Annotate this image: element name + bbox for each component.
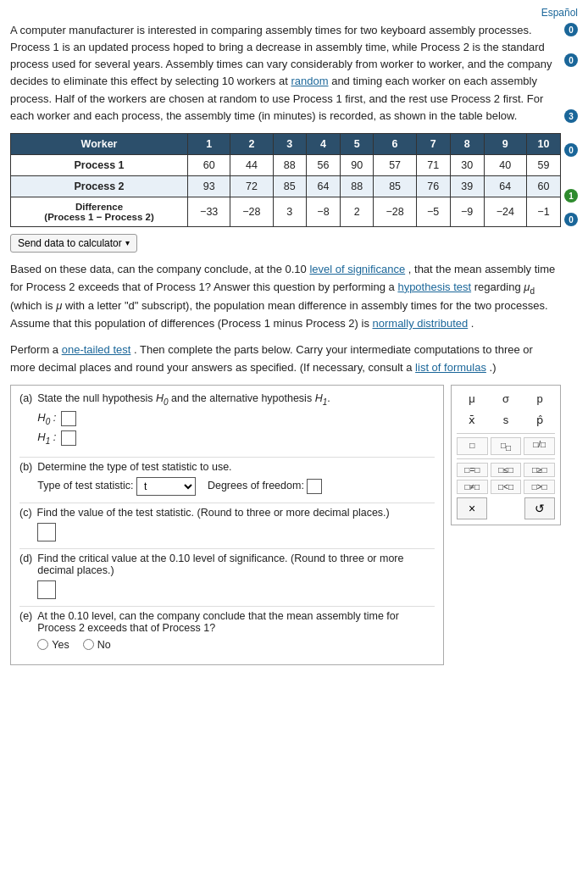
part-c-instruction: Find the value of the test statistic. (R… <box>37 507 435 519</box>
part-d-body: Find the critical value at the 0.10 leve… <box>37 553 435 599</box>
symbol-actions: × ↺ <box>457 497 555 519</box>
badge-3: 3 <box>564 109 578 123</box>
hyp-test-link[interactable]: hypothesis test <box>397 280 471 293</box>
no-radio[interactable] <box>83 639 94 650</box>
row-label-process1: Process 1 <box>11 154 188 175</box>
table-row-process1: Process 1 60 44 88 56 90 57 71 30 40 59 <box>11 154 561 175</box>
sig-link[interactable]: level of significance <box>309 263 405 275</box>
symbol-fraction[interactable]: □/□ <box>524 437 555 455</box>
test-stat-value-input[interactable] <box>37 523 56 541</box>
row-label-diff: Difference(Process 1 − Process 2) <box>11 197 188 226</box>
normally-distributed-link[interactable]: normally distributed <box>373 317 469 330</box>
part-a-label: (a) <box>19 392 32 404</box>
right-badges: 0 0 3 0 1 0 <box>564 22 578 227</box>
col-header-2: 2 <box>230 133 273 154</box>
no-radio-item[interactable]: No <box>83 639 111 651</box>
h1-line: H1 : <box>37 430 435 446</box>
diff-v3: 3 <box>273 197 306 226</box>
q2-text-pre: Perform a <box>10 343 62 356</box>
p1-v5: 90 <box>341 154 374 175</box>
part-a-section: (a) State the null hypothesis H0 and the… <box>19 392 435 450</box>
diff-v6: −28 <box>374 197 416 226</box>
p2-v6: 85 <box>374 175 416 197</box>
symbol-gt[interactable]: □>□ <box>524 480 555 494</box>
part-c-section: (c) Find the value of the test statistic… <box>19 507 435 541</box>
h1-label-text: H1 : <box>37 430 58 446</box>
random-link[interactable]: random <box>291 75 328 87</box>
degrees-input[interactable] <box>307 479 322 494</box>
symbol-eq[interactable]: □=□ <box>457 463 488 477</box>
col-header-7: 7 <box>416 133 450 154</box>
symbol-grid-row1: μ σ p <box>457 391 555 407</box>
p1-v3: 88 <box>273 154 306 175</box>
answer-form: (a) State the null hypothesis H0 and the… <box>10 385 444 665</box>
symbol-p[interactable]: p <box>524 391 555 407</box>
critical-value-input[interactable] <box>37 580 56 599</box>
part-d-label: (d) <box>19 553 32 564</box>
symbol-geq[interactable]: □≥□ <box>524 463 555 477</box>
diff-v5: 2 <box>341 197 374 226</box>
symbol-s[interactable]: s <box>491 412 521 428</box>
yes-radio[interactable] <box>37 639 48 650</box>
symbol-leq[interactable]: □≤□ <box>491 463 522 477</box>
q1-text-pre: Based on these data, can the company con… <box>10 263 286 275</box>
send-data-arrow-icon: ▾ <box>125 238 130 247</box>
critical-value-link[interactable]: critical value <box>79 553 137 564</box>
symbol-mu[interactable]: μ <box>457 391 487 407</box>
part-e-label: (e) <box>19 610 32 622</box>
symbol-grid-ops1: □=□ □≤□ □≥□ <box>457 463 555 477</box>
part-a-body: State the null hypothesis H0 and the alt… <box>37 392 435 450</box>
col-header-5: 5 <box>341 133 374 154</box>
null-hypothesis-link[interactable]: null hypothesis <box>83 392 153 404</box>
diff-v2: −28 <box>230 197 273 226</box>
h0-input[interactable] <box>61 411 76 426</box>
p2-v9: 64 <box>484 175 526 197</box>
send-data-button[interactable]: Send data to calculator ▾ <box>10 234 137 253</box>
symbol-sq2[interactable]: □□ <box>491 437 522 455</box>
symbol-grid-ops2: □≠□ □<□ □>□ <box>457 480 555 494</box>
col-header-8: 8 <box>450 133 484 154</box>
symbol-xbar[interactable]: x̄ <box>457 412 487 428</box>
alt-hypothesis-link[interactable]: alternative hypothesis <box>209 392 312 404</box>
table-row-process2: Process 2 93 72 85 64 88 85 76 39 64 60 <box>11 175 561 197</box>
no-label: No <box>97 639 111 651</box>
p2-v3: 85 <box>273 175 306 197</box>
intro-paragraph: A computer manufacturer is interested in… <box>10 22 561 125</box>
col-header-3: 3 <box>273 133 306 154</box>
p1-v1: 60 <box>188 154 230 175</box>
p2-v2: 72 <box>230 175 273 197</box>
h1-input[interactable] <box>61 430 76 446</box>
espanol-link[interactable]: Español <box>541 7 578 19</box>
formulas-link[interactable]: list of formulas <box>415 361 486 374</box>
question2-block: Perform a one-tailed test . Then complet… <box>10 342 561 377</box>
symbol-phat[interactable]: p̂ <box>524 412 555 428</box>
diff-v1: −33 <box>188 197 230 226</box>
p1-v8: 30 <box>450 154 484 175</box>
p2-v8: 39 <box>450 175 484 197</box>
part-b-instruction: Determine the type of test statistic to … <box>37 461 435 473</box>
diff-v7: −5 <box>416 197 450 226</box>
test-statistic-link[interactable]: test statistic <box>141 461 197 473</box>
test-statistic-select[interactable]: t z Chi-square F <box>136 477 196 496</box>
symbol-panel: μ σ p x̄ s p̂ □ □□ □/□ <box>451 385 561 525</box>
yes-radio-item[interactable]: Yes <box>37 639 69 651</box>
symbol-undo-button[interactable]: ↺ <box>524 497 555 519</box>
part-c-label: (c) <box>19 507 32 519</box>
part-e-body: At the 0.10 level, can the company concl… <box>37 610 435 651</box>
table-row-difference: Difference(Process 1 − Process 2) −33 −2… <box>11 197 561 226</box>
badge-4: 0 <box>564 143 578 157</box>
part-b-controls: Type of test statistic: t z Chi-square F… <box>37 477 435 496</box>
symbol-clear-button[interactable]: × <box>457 497 487 519</box>
symbol-neq[interactable]: □≠□ <box>457 480 488 494</box>
type-stat-label: Type of test statistic: <box>37 480 136 491</box>
symbol-lt[interactable]: □<□ <box>491 480 522 494</box>
p2-v4: 64 <box>307 175 341 197</box>
symbol-grid-row3: □ □□ □/□ <box>457 437 555 455</box>
symbol-sq1[interactable]: □ <box>457 437 488 455</box>
symbol-sigma[interactable]: σ <box>491 391 521 407</box>
part-e-section: (e) At the 0.10 level, can the company c… <box>19 610 435 651</box>
one-tailed-link[interactable]: one-tailed test <box>62 343 131 356</box>
p1-v7: 71 <box>416 154 450 175</box>
p2-v10: 60 <box>526 175 560 197</box>
q1-text-end: . <box>471 317 474 330</box>
